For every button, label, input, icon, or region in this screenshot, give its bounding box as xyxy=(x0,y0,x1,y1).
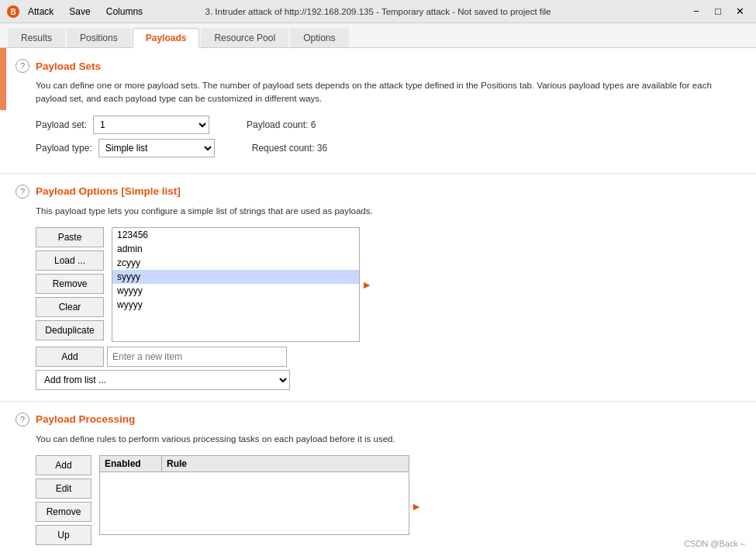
processing-up-button[interactable]: Up xyxy=(36,525,91,545)
left-accent xyxy=(0,48,6,110)
payload-type-row: Payload type: Simple list Request count:… xyxy=(36,139,740,157)
payload-options-section: ? Payload Options [Simple list] This pay… xyxy=(0,174,756,402)
tab-results[interactable]: Results xyxy=(8,28,65,47)
add-item-row: Add xyxy=(36,347,740,367)
tab-bar: Results Positions Payloads Resource Pool… xyxy=(0,23,756,48)
payload-list-wrapper: 123456 admin zcyyy syyyy wyyyy wyyyy ► xyxy=(112,227,360,342)
paste-button[interactable]: Paste xyxy=(36,227,104,247)
menu-columns[interactable]: Columns xyxy=(103,5,146,19)
col-enabled-header: Enabled xyxy=(100,456,162,471)
payload-list-container: Paste Load ... Remove Clear Deduplicate … xyxy=(36,227,740,342)
scroll-arrow-icon: ► xyxy=(361,278,372,291)
processing-table-header: Enabled Rule xyxy=(100,456,409,472)
tab-resource-pool[interactable]: Resource Pool xyxy=(201,28,288,47)
title-bar: B Attack Save Columns 3. Intruder attack… xyxy=(0,0,756,23)
payload-action-buttons: Paste Load ... Remove Clear Deduplicate xyxy=(36,227,104,342)
tab-positions[interactable]: Positions xyxy=(67,28,131,47)
payload-sets-help-icon[interactable]: ? xyxy=(16,59,29,73)
add-item-button[interactable]: Add xyxy=(36,347,104,367)
payload-processing-title: Payload Processing xyxy=(36,413,135,425)
watermark: CSDN @Back～ xyxy=(684,538,747,550)
processing-table-container: Add Edit Remove Up Enabled Rule ► xyxy=(36,455,740,545)
list-item[interactable]: syyyy xyxy=(112,270,359,284)
payload-processing-help-icon[interactable]: ? xyxy=(16,413,29,426)
payload-sets-title: Payload Sets xyxy=(36,60,101,72)
list-item[interactable]: wyyyy xyxy=(112,284,359,298)
col-rule-header: Rule xyxy=(162,456,409,471)
app-logo: B xyxy=(6,5,20,19)
payload-count-info: Payload count: 6 xyxy=(247,119,316,130)
processing-scroll-arrow-icon: ► xyxy=(411,500,422,513)
payload-set-select[interactable]: 1 xyxy=(93,116,209,134)
payload-set-row: Payload set: 1 Payload count: 6 xyxy=(36,116,740,134)
remove-button[interactable]: Remove xyxy=(36,274,104,294)
window-controls: − □ ✕ xyxy=(686,3,750,20)
menu-save[interactable]: Save xyxy=(66,5,93,19)
payload-type-label: Payload type: xyxy=(36,143,92,154)
payload-options-header: ? Payload Options [Simple list] xyxy=(16,185,740,199)
payload-options-title: Payload Options [Simple list] xyxy=(36,185,181,197)
main-content: ? Payload Sets You can define one or mor… xyxy=(0,48,756,556)
processing-table-wrapper: Enabled Rule ► xyxy=(99,455,409,545)
payload-options-help-icon[interactable]: ? xyxy=(16,185,29,199)
payload-type-select[interactable]: Simple list xyxy=(98,139,215,157)
menu-bar: Attack Save Columns xyxy=(25,5,146,19)
close-button[interactable]: ✕ xyxy=(730,3,750,20)
deduplicate-button[interactable]: Deduplicate xyxy=(36,320,104,340)
payload-set-label: Payload set: xyxy=(36,119,87,130)
payload-options-desc: This payload type lets you configure a s… xyxy=(36,205,740,218)
request-count-info: Request count: 36 xyxy=(252,143,327,154)
payload-processing-header: ? Payload Processing xyxy=(16,413,740,426)
add-from-list-select[interactable]: Add from list ... xyxy=(36,370,290,390)
processing-remove-button[interactable]: Remove xyxy=(36,502,91,522)
payload-sets-header: ? Payload Sets xyxy=(16,59,740,73)
tab-options[interactable]: Options xyxy=(290,28,348,47)
payload-processing-desc: You can define rules to perform various … xyxy=(36,433,740,446)
processing-action-buttons: Add Edit Remove Up xyxy=(36,455,91,545)
add-item-input[interactable] xyxy=(107,347,287,367)
processing-table: Enabled Rule xyxy=(99,455,409,535)
processing-add-button[interactable]: Add xyxy=(36,455,91,475)
add-from-list-row: Add from list ... xyxy=(36,370,740,390)
list-item[interactable]: wyyyy xyxy=(112,298,359,312)
list-item[interactable]: 123456 xyxy=(112,228,359,242)
window-title: 3. Intruder attack of http://192.168.209… xyxy=(205,7,551,16)
payload-sets-section: ? Payload Sets You can define one or mor… xyxy=(0,48,756,174)
list-item[interactable]: zcyyy xyxy=(112,256,359,270)
processing-edit-button[interactable]: Edit xyxy=(36,478,91,499)
svg-text:B: B xyxy=(10,8,16,16)
list-item[interactable]: admin xyxy=(112,242,359,256)
payload-sets-desc: You can define one or more payload sets.… xyxy=(36,79,740,106)
load-button[interactable]: Load ... xyxy=(36,250,104,271)
tab-payloads[interactable]: Payloads xyxy=(133,28,200,48)
maximize-button[interactable]: □ xyxy=(708,3,728,20)
processing-table-body xyxy=(100,472,409,534)
clear-button[interactable]: Clear xyxy=(36,297,104,317)
minimize-button[interactable]: − xyxy=(686,3,706,20)
payload-processing-section: ? Payload Processing You can define rule… xyxy=(0,402,756,556)
menu-attack[interactable]: Attack xyxy=(25,5,57,19)
payload-list[interactable]: 123456 admin zcyyy syyyy wyyyy wyyyy xyxy=(112,227,360,342)
